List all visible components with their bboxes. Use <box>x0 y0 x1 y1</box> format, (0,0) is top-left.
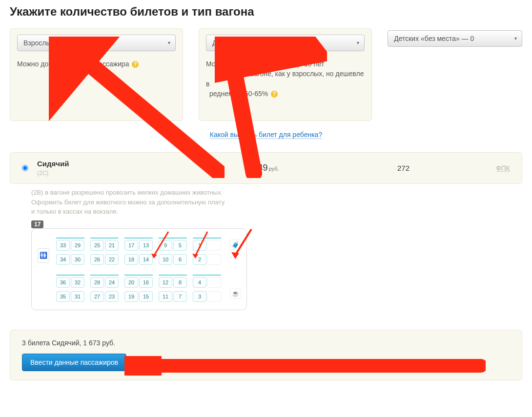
seat[interactable]: 4 <box>193 277 206 288</box>
seat[interactable]: 21 <box>105 240 119 251</box>
children-select[interactable]: Детских — 1 <box>206 35 365 51</box>
infants-select[interactable]: Детских «без места» — 0 <box>388 30 522 47</box>
seat-row: 3430262218141062 <box>56 252 226 265</box>
seat[interactable]: 13 <box>139 240 153 251</box>
seat[interactable]: 2 <box>193 254 206 265</box>
seat[interactable]: 5 <box>173 240 187 251</box>
seat[interactable]: 20 <box>124 277 138 288</box>
wc-icon: 🚻 <box>38 248 49 263</box>
wagon-number-badge: 17 <box>31 220 43 228</box>
car-type-title: Сидячий <box>37 159 69 168</box>
seat-empty <box>207 240 221 251</box>
ticket-count-row: Взрослых — 2 Можно добаXXXXеще 1 пассажи… <box>10 28 522 121</box>
seat[interactable]: 25 <box>90 240 104 251</box>
seat[interactable]: 18 <box>124 254 138 265</box>
seat[interactable]: 1 <box>193 240 206 251</box>
seat[interactable]: 22 <box>105 254 119 265</box>
car-type-radio[interactable] <box>22 165 28 171</box>
car-price: 649руб. <box>253 163 279 173</box>
seat[interactable]: 6 <box>173 254 187 265</box>
summary-bar: 3 билета Сидячий, 1 673 руб. Ввести данн… <box>10 330 522 380</box>
cup-icon: ☕ <box>230 288 241 299</box>
children-card: Детских — 1 Можно добавить 1 ребенка до … <box>199 28 372 121</box>
adults-note: Можно добаXXXXеще 1 пассажира ? <box>17 59 176 69</box>
seat[interactable]: 3 <box>193 291 206 302</box>
wagon-map: 17 🚻 🧳 ☕ 3329252117139513430262218141062… <box>31 222 247 310</box>
seat[interactable]: 8 <box>173 277 187 288</box>
help-icon[interactable]: ? <box>132 61 139 68</box>
seat-empty <box>207 277 221 288</box>
seat-empty <box>207 254 221 265</box>
enter-passenger-data-button[interactable]: Ввести данные пассажиров <box>22 354 126 371</box>
car-company: ФПК <box>496 164 510 172</box>
seat[interactable]: 33 <box>56 240 70 251</box>
adults-card: Взрослых — 2 Можно добаXXXXеще 1 пассажи… <box>10 28 183 121</box>
seat-row: 3531272319151173 <box>56 289 226 302</box>
car-type-sub: (2С) <box>37 170 69 177</box>
seat-empty <box>207 291 221 302</box>
seat[interactable]: 11 <box>159 291 172 302</box>
seat[interactable]: 17 <box>124 240 138 251</box>
seat[interactable]: 26 <box>90 254 104 265</box>
seat[interactable]: 14 <box>139 254 153 265</box>
car-seat-count: 272 <box>397 164 409 172</box>
seat[interactable]: 31 <box>71 291 84 302</box>
seat[interactable]: 28 <box>90 277 104 288</box>
car-type-row[interactable]: Сидячий (2С) 649руб. 272 ФПК <box>10 152 522 184</box>
seat[interactable]: 24 <box>105 277 119 288</box>
child-ticket-help-link[interactable]: Какой выбрать билет для ребенка? <box>210 131 322 139</box>
seat-row: 3632282420161284 <box>56 275 226 288</box>
seat[interactable]: 27 <box>90 291 104 302</box>
infants-card: Детских «без места» — 0 <box>388 28 522 49</box>
seat[interactable]: 34 <box>56 254 70 265</box>
seat[interactable]: 36 <box>56 277 70 288</box>
steps-remaining-text: До завершения заказа 3 шага <box>139 358 234 366</box>
seat[interactable]: 35 <box>56 291 70 302</box>
seat[interactable]: 32 <box>71 277 84 288</box>
seat[interactable]: 30 <box>71 254 84 265</box>
seat[interactable]: 7 <box>173 291 187 302</box>
seat[interactable]: 10 <box>159 254 172 265</box>
children-note: Можно добавить 1 ребенка до 10 лет Свое … <box>206 59 365 99</box>
pets-note: (2В) в вагоне разрешено провозить мелких… <box>31 188 522 217</box>
seat[interactable]: 12 <box>159 277 172 288</box>
help-icon[interactable]: ? <box>271 91 278 98</box>
luggage-icon: 🧳 <box>230 239 241 250</box>
page-title: Укажите количество билетов и тип вагона <box>10 5 522 19</box>
seat[interactable]: 29 <box>71 240 84 251</box>
seat[interactable]: 15 <box>139 291 153 302</box>
seat[interactable]: 23 <box>105 291 119 302</box>
seat[interactable]: 19 <box>124 291 138 302</box>
seat[interactable]: 9 <box>159 240 172 251</box>
seat[interactable]: 16 <box>139 277 153 288</box>
seat-row: 332925211713951 <box>56 238 226 251</box>
summary-text: 3 билета Сидячий, 1 673 руб. <box>22 339 510 347</box>
adults-select[interactable]: Взрослых — 2 <box>17 35 176 51</box>
